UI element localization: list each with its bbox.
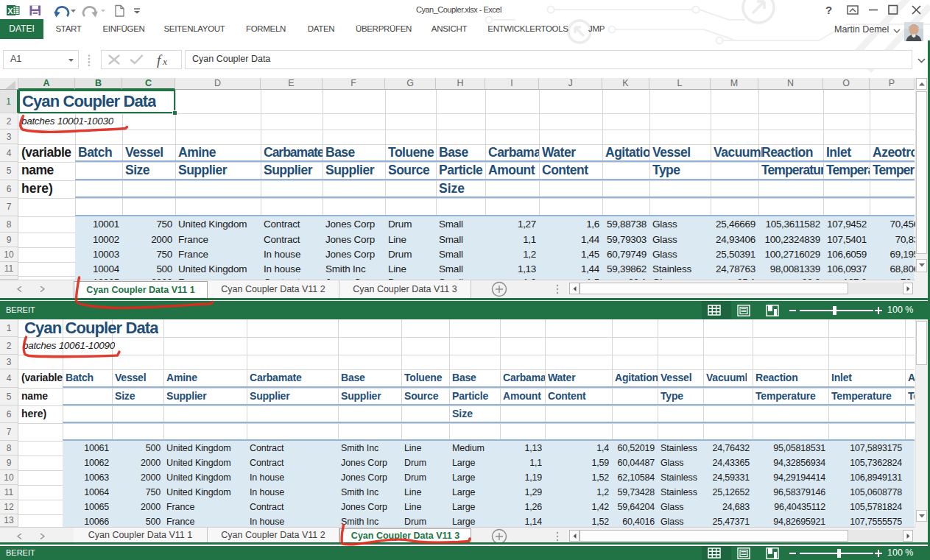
svg-text:f: f: [157, 52, 163, 68]
svg-text:X: X: [7, 7, 13, 15]
svg-text:?: ?: [825, 4, 832, 16]
svg-text:x: x: [162, 56, 167, 67]
